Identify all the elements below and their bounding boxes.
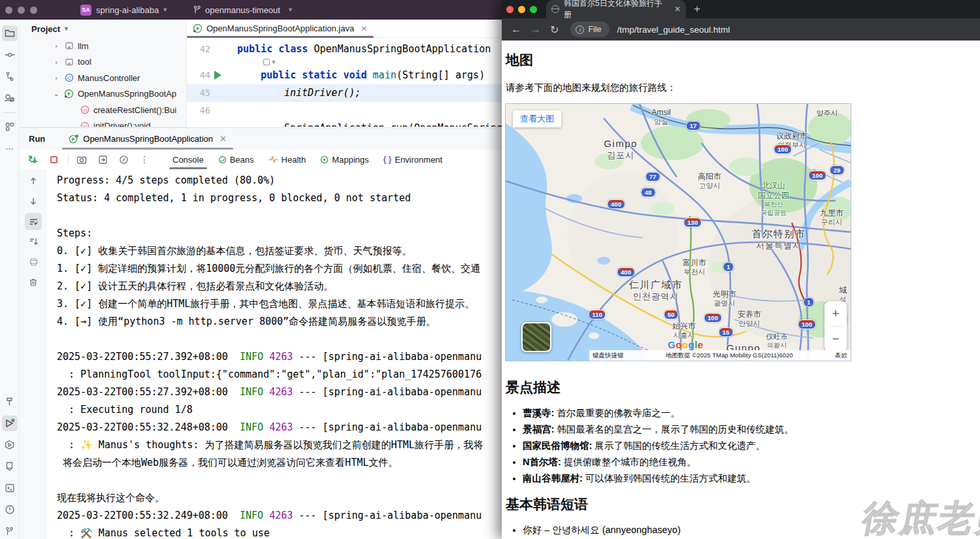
tree-item-manuscontroller[interactable]: ›CManusController (20, 70, 186, 86)
svg-text:C: C (67, 75, 71, 81)
hammer-icon (5, 397, 15, 407)
soft-wrap-toggle[interactable] (25, 213, 42, 230)
window-controls[interactable] (5, 7, 42, 14)
close-window-button[interactable] (506, 6, 514, 13)
maximize-window-button[interactable] (30, 7, 37, 14)
tab-title: 韩国首尔5日文化体验旅行手册 (564, 0, 670, 20)
more-options-button[interactable]: ⋮ (137, 152, 152, 167)
tree-item-label: OpenManusSpringBootAp (78, 89, 176, 99)
back-button[interactable]: ← (511, 24, 521, 35)
console-output[interactable]: Progress: 4/5 steps completed (80.0%)Sta… (47, 169, 502, 539)
expand-chevron-icon[interactable]: ⌄ (52, 90, 60, 98)
tree-item-tool[interactable]: ›tool (20, 54, 186, 71)
tab-label: Mappings (332, 155, 368, 165)
git-tool-button[interactable] (2, 523, 18, 539)
line-number: 42 (187, 41, 210, 58)
spot-item: N首尔塔: 提供俯瞰整个城市的绝佳视角。 (523, 454, 980, 470)
run-config-name: openmanus-timeout (205, 5, 280, 15)
close-tab-icon[interactable]: ✕ (361, 24, 367, 33)
thread-dump-button[interactable] (74, 152, 90, 167)
console-line (57, 207, 502, 225)
reload-button[interactable]: ↻ (550, 24, 559, 36)
run-view-tab-mappings[interactable]: Mappings (314, 150, 374, 169)
method-icon: m (80, 121, 90, 127)
terminal-tool-button[interactable] (2, 480, 18, 496)
spot-item: 南山谷韩屋村: 可以体验到韩国传统的生活方式和建筑。 (523, 470, 980, 487)
run-configuration-selector[interactable]: openmanus-timeout ▼ (193, 5, 293, 15)
map-place-label: 高阳市고양시 (698, 172, 721, 191)
new-tab-button[interactable]: + (694, 3, 700, 16)
close-tab-icon[interactable]: ✕ (674, 5, 681, 14)
spot-item: 曹溪寺: 首尔最重要的佛教寺庙之一。 (523, 405, 980, 421)
url-scheme-chip[interactable]: i File (570, 22, 609, 37)
address-bar[interactable]: /tmp/travel_guide_seoul.html (617, 25, 730, 35)
mappings-icon (320, 155, 329, 164)
commit-tool-button[interactable] (2, 47, 18, 63)
terms-link[interactable]: 条款 (835, 351, 847, 360)
build-tool-button[interactable] (2, 394, 18, 410)
zoom-out-button[interactable]: − (825, 327, 847, 351)
editor-tab[interactable]: OpenManusSpringBootApplication.java ✕ (187, 20, 374, 37)
forward-button[interactable]: → (531, 24, 541, 35)
map-zoom-control[interactable]: + − (825, 301, 847, 351)
console-line: Status: 4 completed, 1 in progress, 0 bl… (57, 189, 502, 207)
view-larger-map-button[interactable]: 查看大图 (513, 110, 561, 127)
problems-tool-button[interactable] (2, 502, 18, 517)
route-shield: 50 (664, 310, 679, 319)
project-tool-button[interactable] (2, 25, 18, 41)
run-tool-button[interactable] (2, 416, 18, 431)
console-line: : ✨ Manus's thoughts: 为了搭建简易服务器以预览我们之前创建… (57, 436, 502, 454)
services-tool-button[interactable] (2, 437, 18, 453)
run-view-tab-beans[interactable]: Beans (212, 150, 260, 169)
code-line: 46 (187, 102, 502, 120)
run-view-tab-console[interactable]: Console (167, 150, 210, 169)
scroll-down-button[interactable] (25, 193, 42, 210)
keyboard-shortcuts-link[interactable]: 键盘快捷键 (593, 351, 624, 360)
project-panel: Project ▼ ›llm›tool›CManusController⌄Ope… (20, 20, 186, 127)
map-place-label: 九里市구리시 (820, 208, 843, 227)
code-editor[interactable]: 42public class OpenManusSpringBootApplic… (187, 38, 502, 127)
tree-item-llm[interactable]: ›llm (20, 38, 186, 54)
more-tools-button[interactable]: ⋯ (2, 140, 18, 156)
run-line-gutter-icon[interactable] (214, 71, 221, 80)
maximize-window-button[interactable] (530, 6, 537, 13)
tree-item-createrestclient-bui[interactable]: mcreateRestClient():Bui (20, 102, 186, 118)
expand-chevron-icon[interactable]: › (52, 74, 60, 82)
soft-wrap-button[interactable] (95, 152, 110, 167)
close-window-button[interactable] (5, 7, 12, 14)
scroll-to-end-button[interactable] (25, 233, 42, 250)
console-line: 0. [✓] 收集关于韩国首尔旅游的基本信息，包括签证要求、货币、天气预报等。 (57, 242, 502, 260)
class-icon: C (64, 73, 74, 83)
edit-configuration-button[interactable] (116, 152, 131, 167)
project-panel-header[interactable]: Project ▼ (20, 20, 186, 38)
minimize-window-button[interactable] (518, 6, 525, 13)
close-tab-icon[interactable]: ✕ (220, 134, 227, 144)
scroll-up-button[interactable] (25, 172, 42, 189)
database-tool-button[interactable] (2, 459, 18, 474)
vcs-branch-tool-button[interactable] (2, 69, 18, 84)
rerun-button[interactable]: ↻▶ (25, 152, 41, 167)
run-view-tab-health[interactable]: Health (263, 150, 312, 169)
expand-chevron-icon[interactable]: › (52, 58, 60, 66)
project-avatar[interactable]: SA (80, 5, 91, 16)
tree-item-initdriver-void[interactable]: minitDriver():void (20, 118, 186, 128)
browser-tab[interactable]: 韩国首尔5日文化体验旅行手册 ✕ (546, 0, 686, 18)
embedded-map[interactable]: Amsil암실양주시Gimpo김포시议政府市의정부시高阳市고양시北汉山国立公园북… (505, 103, 851, 361)
structure-tool-button[interactable] (2, 119, 18, 135)
minimize-window-button[interactable] (18, 7, 25, 14)
stop-button[interactable] (46, 152, 61, 167)
clear-console-button[interactable] (25, 274, 42, 291)
google-logo: Google (668, 339, 704, 350)
gutter-annotation-icon[interactable]: ▼ (263, 57, 275, 67)
zoom-in-button[interactable]: + (825, 301, 847, 326)
tree-item-openmanusspringbootap[interactable]: ⌄OpenManusSpringBootAp (20, 86, 186, 103)
run-view-tab-environment[interactable]: { }Environment (378, 150, 449, 169)
run-tab[interactable]: OpenManusSpringBootApplication ✕ (65, 128, 231, 150)
print-button[interactable] (25, 253, 42, 270)
project-name[interactable]: spring-ai-alibaba (96, 5, 159, 15)
console-line (57, 472, 502, 489)
console-line: 3. [✓] 创建一个简单的HTML旅行手册，其中包含地图、景点描述、基本韩语短… (57, 295, 502, 313)
satellite-layer-toggle[interactable] (521, 322, 551, 352)
collaboration-tool-button[interactable]: ? (2, 90, 18, 106)
expand-chevron-icon[interactable]: › (52, 42, 60, 50)
